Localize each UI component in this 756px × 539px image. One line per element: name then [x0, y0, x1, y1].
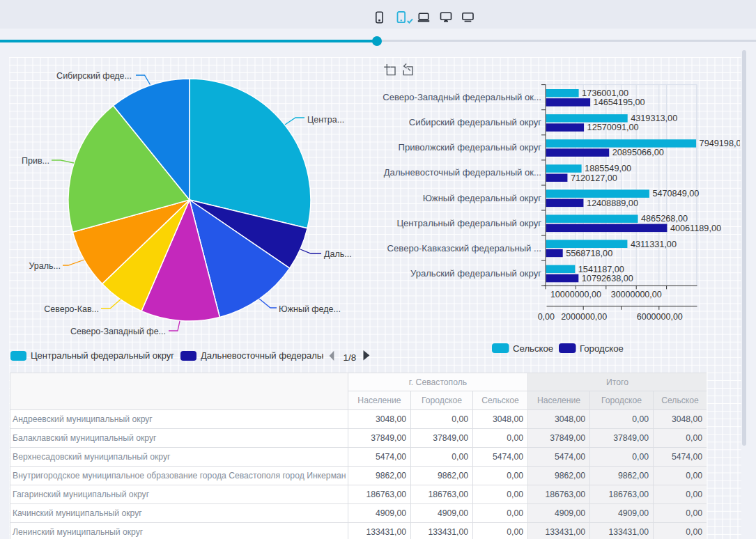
svg-text:Уральский федеральный округ: Уральский федеральный округ	[410, 268, 541, 279]
svg-text:0,00: 0,00	[538, 312, 555, 322]
svg-text:1541187,00: 1541187,00	[578, 265, 624, 274]
svg-text:40061189,00: 40061189,00	[670, 224, 721, 233]
svg-text:Приволжский федеральный округ: Приволжский федеральный округ	[398, 142, 541, 153]
svg-text:5568718,00: 5568718,00	[566, 249, 612, 258]
svg-text:7949198,00: 7949198,00	[700, 139, 740, 148]
svg-text:Северо-Кавказский федеральный: Северо-Кавказский федеральный ...	[387, 243, 541, 253]
svg-text:12408889,00: 12408889,00	[587, 198, 638, 208]
svg-text:Даль...: Даль...	[324, 249, 352, 259]
svg-text:2000000,00: 2000000,00	[561, 312, 607, 322]
svg-text:Сельское: Сельское	[513, 343, 553, 354]
svg-text:30000000,00: 30000000,00	[611, 290, 662, 299]
svg-text:Северо-Западный фе...: Северо-Западный фе...	[70, 327, 166, 336]
svg-text:Сибирский феде...: Сибирский феде...	[56, 71, 132, 81]
svg-text:1/8: 1/8	[344, 352, 357, 362]
svg-text:Южный феде...: Южный феде...	[279, 304, 341, 314]
svg-text:20895066,00: 20895066,00	[612, 148, 664, 157]
svg-text:1885549,00: 1885549,00	[585, 164, 631, 173]
svg-text:Южный федеральный округ: Южный федеральный округ	[423, 193, 542, 203]
svg-text:6000000,00: 6000000,00	[637, 312, 683, 322]
svg-text:10000000,00: 10000000,00	[550, 290, 601, 299]
svg-text:4865268,00: 4865268,00	[641, 214, 688, 224]
svg-text:5470849,00: 5470849,00	[652, 189, 699, 198]
svg-text:Северо-Западный федеральный ок: Северо-Западный федеральный ок...	[383, 92, 541, 102]
svg-text:Центра...: Центра...	[307, 115, 344, 125]
svg-text:Центральный федеральный округ: Центральный федеральный округ	[396, 218, 541, 228]
svg-text:Городское: Городское	[580, 343, 624, 354]
svg-text:Северо-Кав...: Северо-Кав...	[44, 304, 99, 314]
svg-text:Дальневосточный федеральный ок: Дальневосточный федеральный ок...	[384, 167, 541, 178]
svg-text:14654195,00: 14654195,00	[594, 97, 645, 107]
svg-text:4319313,00: 4319313,00	[631, 114, 677, 123]
svg-text:1736001,00: 1736001,00	[582, 88, 628, 98]
svg-text:4311331,00: 4311331,00	[631, 240, 677, 249]
svg-text:Сибирский федеральный округ: Сибирский федеральный округ	[409, 117, 541, 127]
svg-text:Ураль...: Ураль...	[29, 261, 61, 271]
svg-text:10792638,00: 10792638,00	[582, 274, 633, 283]
svg-text:12570091,00: 12570091,00	[587, 123, 639, 132]
svg-text:7120127,00: 7120127,00	[571, 173, 617, 183]
svg-text:Прив...: Прив...	[22, 156, 49, 166]
